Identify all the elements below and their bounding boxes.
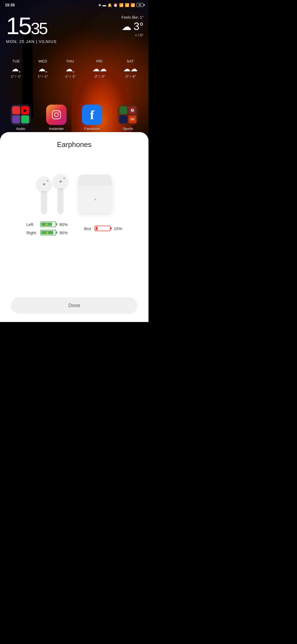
right-battery-pct: 90% [59, 230, 68, 235]
instander-icon[interactable] [46, 105, 67, 125]
forecast-tue-icon: ☁❄ [12, 65, 21, 73]
case-lid [79, 175, 112, 186]
right-battery-label: Right [26, 230, 37, 235]
high-low: • / 0° [122, 33, 144, 37]
forecast-fri: FRI ☁☁ -2° / -3° [92, 59, 107, 78]
earbud-left-mic [47, 180, 48, 182]
weather-section: Feels like: 1° ☁ 3° • / 0° [122, 15, 144, 37]
earphones-visual [8, 155, 140, 213]
signal2-icon: 📶 [125, 3, 129, 7]
earbud-right-head [53, 174, 68, 189]
sheet-title: Earphones [57, 140, 92, 149]
left-battery-pct: 80% [59, 222, 68, 227]
earbud-right-dot [60, 181, 62, 182]
forecast-wed: WED ☁❄ 1° / -1° [38, 59, 48, 78]
facebook-icon[interactable]: f [82, 105, 102, 125]
earbud-left-dot [43, 183, 45, 185]
sports-mini-3 [119, 115, 127, 123]
forecast-thu-icon: ☁❄ [65, 65, 75, 73]
app-facebook[interactable]: f Facebook [82, 105, 102, 131]
left-battery-label: Left [26, 222, 37, 227]
bottom-sheet: Earphones [0, 132, 148, 322]
mi-sp-icon [21, 115, 29, 123]
mi-yt-icon: ▶ [21, 106, 29, 114]
forecast-sat-label: SAT [127, 59, 134, 63]
forecast-thu-label: THU [66, 59, 74, 63]
left-battery-bar: ⚡ [40, 222, 56, 227]
mi-dc-icon [12, 115, 20, 123]
facebook-label: Facebook [84, 127, 100, 131]
sports-mini-4: DD [128, 115, 136, 123]
sports-folder-icon[interactable]: ⚽ DD [118, 105, 138, 125]
current-temp: 3° [134, 21, 144, 32]
clock-minutes: 35 [31, 19, 47, 38]
clock-time: 1535 [6, 14, 57, 38]
cloud-icon: ☁ [122, 21, 131, 32]
case-body [79, 186, 112, 213]
app-icons-row: ▶ Audio Instander f Facebook ⚽ DD Sports [3, 105, 146, 131]
forecast-thu-temp: -1° / -2° [64, 75, 76, 78]
earbud-right-stem [58, 189, 63, 213]
forecast-wed-temp: 1° / -1° [38, 75, 48, 78]
charging-case [79, 175, 112, 213]
status-bar: 15:35 ∗ ▬ 🔔 ⏰ 📶 📶 📶 81 [0, 0, 148, 10]
left-battery-fill: ⚡ [41, 223, 52, 226]
forecast-fri-temp: -2° / -3° [94, 75, 105, 78]
clock-section: 1535 MON, 25 JAN | VILNIUS [6, 14, 57, 44]
sports-label: Sports [123, 127, 133, 131]
forecast-sat-icon: ☁☁ [123, 65, 138, 73]
right-battery-bar: ⚡ [40, 230, 56, 235]
sports-mini-2: ⚽ [128, 106, 136, 114]
bluetooth-icon: ∗ [98, 3, 101, 7]
box-battery-section: Box 15% [84, 226, 122, 231]
box-battery-bar [95, 226, 111, 231]
signal1-icon: 📶 [119, 3, 123, 7]
sports-mini-1 [119, 106, 127, 114]
svg-point-2 [59, 112, 60, 113]
case-indicator-dot [94, 199, 96, 200]
instander-label: Instander [49, 127, 64, 131]
earphones-pair [37, 174, 68, 213]
mute-icon: 🔔 [108, 3, 112, 7]
forecast-fri-icon: ☁☁ [92, 65, 107, 73]
forecast-sat: SAT ☁☁ -3° / -6° [123, 59, 138, 78]
audio-label: Audio [16, 127, 25, 131]
clock-hours: 15 [6, 12, 31, 39]
left-battery-row: Left ⚡ 80% [26, 222, 68, 227]
earbud-right [53, 174, 68, 213]
alarm-icon: ⏰ [113, 3, 118, 7]
mi-cbl-icon [12, 106, 20, 114]
status-time: 15:35 [5, 3, 15, 7]
audio-folder-icon[interactable]: ▶ [10, 105, 31, 125]
right-battery-row: Right ⚡ 90% [26, 230, 68, 235]
app-audio[interactable]: ▶ Audio [10, 105, 31, 131]
forecast-fri-label: FRI [96, 59, 102, 63]
box-battery-fill [96, 227, 98, 230]
earbud-left-stem [41, 191, 47, 213]
forecast-tue-temp: 1° / -1° [11, 75, 21, 78]
box-battery-pct: 15% [114, 226, 122, 231]
right-battery-fill: ⚡ [41, 231, 53, 234]
done-button[interactable]: Done [11, 297, 138, 314]
battery-info: Left ⚡ 80% Right ⚡ 90% [8, 222, 140, 235]
status-icons: ∗ ▬ 🔔 ⏰ 📶 📶 📶 81 [98, 3, 144, 7]
earbud-left-head [37, 177, 51, 191]
forecast-tue: TUE ☁❄ 1° / -1° [11, 59, 21, 78]
svg-point-1 [54, 113, 58, 117]
forecast-wed-icon: ☁❄ [38, 65, 47, 73]
right-lightning-icon: ⚡ [45, 231, 49, 234]
current-temp-row: ☁ 3° [122, 21, 144, 32]
app-instander[interactable]: Instander [46, 105, 67, 131]
forecast-tue-label: TUE [12, 59, 20, 63]
earbud-right-mic [64, 178, 65, 179]
app-sports[interactable]: ⚽ DD Sports [118, 105, 138, 131]
media-icon: ▬ [103, 3, 106, 7]
wifi-icon: 📶 [131, 3, 135, 7]
earbud-left [37, 177, 51, 213]
forecast-thu: THU ☁❄ -1° / -2° [64, 59, 76, 78]
left-lightning-icon: ⚡ [45, 223, 49, 226]
clock-date: MON, 25 JAN | VILNIUS [6, 39, 57, 44]
forecast-wed-label: WED [38, 59, 47, 63]
feels-like: Feels like: 1° [122, 15, 144, 20]
lr-battery-section: Left ⚡ 80% Right ⚡ 90% [26, 222, 68, 235]
